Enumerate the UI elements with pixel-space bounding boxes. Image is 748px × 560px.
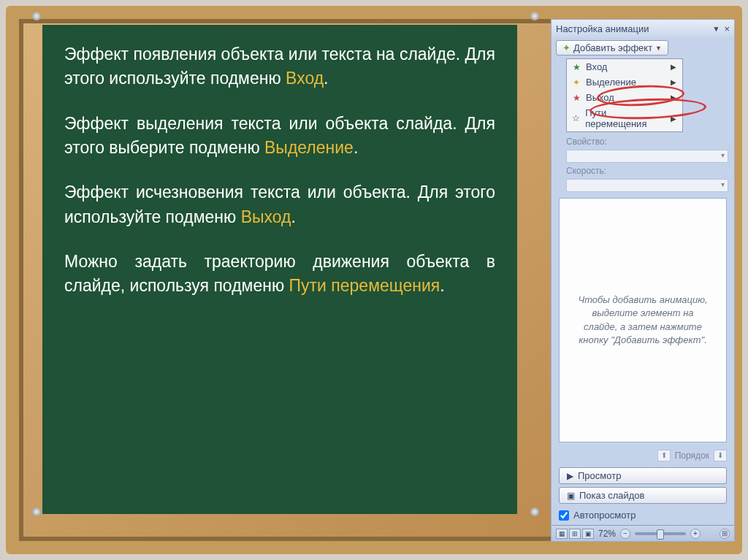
preview-button[interactable]: ▶ Просмотр: [559, 467, 727, 484]
effect-dropdown-menu: ★ Вход ▶ ✦ Выделение ▶ ★ Выход ▶ ☆ Пути …: [566, 58, 683, 132]
text: .: [291, 207, 296, 226]
screw-icon: [32, 507, 41, 516]
speed-combo-row: [552, 177, 734, 193]
bottom-buttons: ▶ Просмотр ▣ Показ слайдов: [552, 464, 734, 507]
menu-label: Выход: [586, 92, 614, 103]
highlight-entrance: Вход: [286, 69, 324, 88]
slideshow-label: Показ слайдов: [579, 490, 645, 501]
screw-icon: [530, 12, 539, 20]
menu-label: Пути перемещения: [585, 107, 666, 129]
pane-title: Настройка анимации: [556, 23, 649, 34]
property-label: Свойство:: [566, 137, 607, 147]
move-down-button[interactable]: ⬇: [714, 450, 727, 461]
text: .: [440, 276, 444, 295]
chevron-right-icon: ▶: [671, 93, 676, 101]
paragraph-exit: Эффект исчезновения текста или объекта. …: [64, 180, 495, 229]
autopreview-checkbox[interactable]: [559, 510, 569, 521]
reorder-row: ⬆ Порядок ⬇: [552, 447, 734, 464]
speed-combo[interactable]: [566, 179, 728, 192]
add-effect-label: Добавить эффект: [573, 42, 652, 53]
speed-row: Скорость:: [552, 164, 734, 177]
menu-item-motion-paths[interactable]: ☆ Пути перемещения ▶: [567, 105, 682, 131]
star-icon: ✦: [562, 42, 570, 53]
highlight-exit: Выход: [241, 207, 291, 226]
animation-task-pane: Настройка анимации ▼ × ✦ Добавить эффект…: [551, 19, 735, 542]
chevron-right-icon: ▶: [671, 115, 676, 123]
menu-label: Вход: [586, 61, 607, 72]
menu-item-entrance[interactable]: ★ Вход ▶: [567, 59, 682, 74]
zoom-out-button[interactable]: −: [620, 529, 630, 539]
play-icon: ▶: [567, 471, 573, 481]
add-effect-button[interactable]: ✦ Добавить эффект ▼: [556, 40, 668, 55]
zoom-in-button[interactable]: +: [690, 529, 701, 539]
menu-label: Выделение: [586, 77, 636, 88]
autopreview-label: Автопросмотр: [573, 510, 636, 521]
text: Эффект появления объекта или текста на с…: [64, 45, 495, 88]
fit-window-button[interactable]: ⊞: [720, 529, 730, 539]
screw-icon: [32, 12, 41, 20]
paragraph-emphasis: Эффект выделения текста или объекта слай…: [64, 112, 495, 161]
chalkboard: Эффект появления объекта или текста на с…: [42, 25, 517, 514]
star-icon: ✦: [571, 77, 581, 88]
chevron-down-icon[interactable]: ▼: [713, 25, 720, 33]
highlight-emphasis: Выделение: [264, 138, 354, 157]
speed-label: Скорость:: [566, 166, 606, 176]
status-bar: ▦ ⊞ ▣ 72% − + ⊞: [552, 525, 734, 541]
zoom-slider[interactable]: [635, 532, 686, 535]
slideshow-icon: ▣: [567, 491, 575, 501]
star-icon: ★: [571, 62, 581, 72]
property-combo-row: [552, 148, 734, 164]
animation-list-area: Чтобы добавить анимацию, выделите элемен…: [559, 198, 727, 442]
normal-view-button[interactable]: ▦: [556, 529, 568, 539]
property-combo[interactable]: [566, 150, 728, 163]
pane-header: Настройка анимации ▼ ×: [552, 20, 734, 37]
chevron-down-icon: ▼: [655, 45, 662, 52]
move-up-button[interactable]: ⬆: [657, 450, 671, 461]
slideshow-button[interactable]: ▣ Показ слайдов: [559, 487, 727, 504]
text: .: [354, 138, 358, 157]
order-label: Порядок: [675, 450, 709, 461]
pane-toolbar: ✦ Добавить эффект ▼: [552, 37, 734, 58]
empty-hint: Чтобы добавить анимацию, выделите элемен…: [574, 294, 711, 347]
view-switcher: ▦ ⊞ ▣: [556, 529, 594, 539]
paragraph-entrance: Эффект появления объекта или текста на с…: [64, 42, 495, 91]
sorter-view-button[interactable]: ⊞: [569, 529, 581, 539]
zoom-level: 72%: [598, 529, 616, 539]
autopreview-row: Автопросмотр: [552, 507, 734, 525]
menu-item-exit[interactable]: ★ Выход ▶: [567, 90, 682, 105]
star-icon: ★: [571, 93, 581, 103]
property-row: Свойство:: [552, 135, 734, 148]
slideshow-view-button[interactable]: ▣: [582, 529, 594, 539]
text: .: [324, 69, 328, 88]
highlight-motion-path: Пути перемещения: [289, 276, 440, 295]
paragraph-motion-path: Можно задать траекторию движения объекта…: [64, 250, 495, 299]
chevron-right-icon: ▶: [671, 78, 676, 86]
preview-label: Просмотр: [578, 470, 621, 481]
menu-item-emphasis[interactable]: ✦ Выделение ▶: [567, 74, 682, 90]
chevron-right-icon: ▶: [671, 63, 676, 71]
close-icon[interactable]: ×: [724, 23, 730, 34]
screw-icon: [530, 507, 539, 516]
star-icon: ☆: [571, 113, 581, 123]
